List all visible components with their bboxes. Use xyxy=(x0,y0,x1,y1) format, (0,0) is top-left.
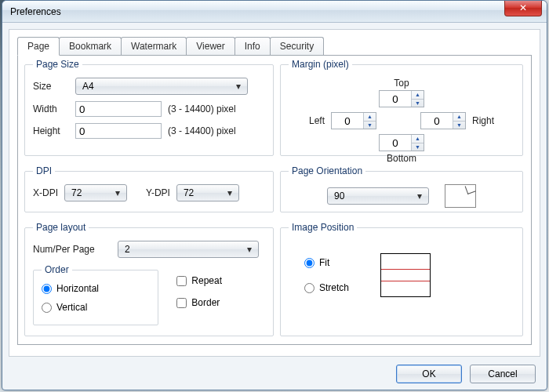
input-height[interactable] xyxy=(75,123,162,139)
up-icon[interactable]: ▲ xyxy=(364,113,376,122)
tab-content-page: Page Size Size A4 ▾ Width (3 - 14400) pi… xyxy=(17,55,532,345)
cancel-button[interactable]: Cancel xyxy=(470,365,536,383)
radio-vertical-input[interactable] xyxy=(42,303,52,313)
down-icon[interactable]: ▼ xyxy=(412,100,424,107)
value-xdpi: 72 xyxy=(71,187,82,198)
input-margin-right[interactable] xyxy=(421,113,453,129)
tab-security[interactable]: Security xyxy=(270,37,324,56)
label-margin-top: Top xyxy=(394,78,409,89)
tab-watermark[interactable]: Watermark xyxy=(121,37,187,56)
hint-width: (3 - 14400) pixel xyxy=(168,103,236,114)
select-size-value: A4 xyxy=(82,81,94,92)
label-border: Border xyxy=(191,297,220,308)
input-margin-top[interactable] xyxy=(380,91,411,107)
label-width: Width xyxy=(33,103,69,114)
down-icon[interactable]: ▼ xyxy=(364,122,376,129)
chevron-down-icon: ▾ xyxy=(233,81,244,92)
radio-stretch-input[interactable] xyxy=(304,283,314,293)
label-ydpi: Y-DPI xyxy=(146,187,170,198)
check-repeat[interactable]: Repeat xyxy=(176,275,222,286)
image-position-preview-icon xyxy=(380,253,431,297)
dialog-body: Page Bookmark Watermark Viewer Info Secu… xyxy=(9,29,540,357)
legend-margin: Margin (pixel) xyxy=(289,59,352,70)
tab-bookmark[interactable]: Bookmark xyxy=(59,37,122,56)
legend-layout: Page layout xyxy=(33,222,89,233)
spin-margin-right[interactable]: ▲▼ xyxy=(420,112,466,129)
input-margin-bottom[interactable] xyxy=(380,135,411,151)
legend-image-position: Image Position xyxy=(289,222,357,233)
radio-fit[interactable]: Fit xyxy=(304,257,349,268)
chevron-down-icon: ▾ xyxy=(112,187,123,198)
input-width[interactable] xyxy=(75,101,162,117)
label-vertical: Vertical xyxy=(56,302,87,313)
radio-horizontal[interactable]: Horizontal xyxy=(42,283,150,294)
chevron-down-icon: ▾ xyxy=(414,191,425,201)
window-title: Preferences xyxy=(10,6,61,17)
label-xdpi: X-DPI xyxy=(33,187,58,198)
tabstrip: Page Bookmark Watermark Viewer Info Secu… xyxy=(17,36,540,55)
group-dpi: DPI X-DPI 72 ▾ Y-DPI 72 ▾ xyxy=(24,165,274,212)
label-size: Size xyxy=(33,81,69,92)
label-fit: Fit xyxy=(319,257,329,268)
tab-info[interactable]: Info xyxy=(235,37,271,56)
down-icon[interactable]: ▼ xyxy=(412,143,424,151)
check-border[interactable]: Border xyxy=(176,297,222,308)
preferences-window: Preferences ✕ Page Bookmark Watermark Vi… xyxy=(2,0,547,390)
legend-orientation: Page Orientation xyxy=(289,165,365,176)
value-ydpi: 72 xyxy=(184,187,194,198)
check-border-input[interactable] xyxy=(176,298,187,308)
legend-page-size: Page Size xyxy=(33,59,82,70)
up-icon[interactable]: ▲ xyxy=(412,135,424,143)
close-icon: ✕ xyxy=(519,2,527,13)
group-layout: Page layout Num/Per Page 2 ▾ Order Horiz… xyxy=(24,222,274,336)
label-numperpage: Num/Per Page xyxy=(33,244,111,255)
chevron-down-icon: ▾ xyxy=(224,187,235,198)
label-margin-left: Left xyxy=(309,115,325,126)
value-numperpage: 2 xyxy=(125,244,130,255)
chevron-down-icon: ▾ xyxy=(244,244,255,255)
group-orientation: Page Orientation 90 ▾ xyxy=(280,165,523,212)
select-size[interactable]: A4 ▾ xyxy=(75,78,248,95)
up-icon[interactable]: ▲ xyxy=(412,91,424,100)
group-image-position: Image Position Fit Stretch xyxy=(280,222,523,336)
close-button[interactable]: ✕ xyxy=(504,1,542,16)
spin-margin-top[interactable]: ▲▼ xyxy=(379,90,424,107)
label-stretch: Stretch xyxy=(319,282,349,293)
label-repeat: Repeat xyxy=(191,275,222,286)
value-orientation: 90 xyxy=(334,191,344,201)
radio-horizontal-input[interactable] xyxy=(42,284,52,294)
legend-order: Order xyxy=(42,264,72,275)
label-margin-bottom: Bottom xyxy=(387,153,416,164)
radio-vertical[interactable]: Vertical xyxy=(42,302,150,313)
tab-viewer[interactable]: Viewer xyxy=(186,37,235,56)
radio-stretch[interactable]: Stretch xyxy=(304,282,349,293)
orientation-preview-icon xyxy=(445,184,476,208)
button-bar: OK Cancel xyxy=(396,365,536,383)
group-margin: Margin (pixel) Top ▲▼ Left ▲▼ xyxy=(280,59,523,156)
spin-margin-bottom[interactable]: ▲▼ xyxy=(379,134,424,151)
select-xdpi[interactable]: 72 ▾ xyxy=(64,184,127,201)
down-icon[interactable]: ▼ xyxy=(453,122,465,129)
select-orientation[interactable]: 90 ▾ xyxy=(327,187,429,205)
input-margin-left[interactable] xyxy=(332,113,363,129)
group-order: Order Horizontal Vertical xyxy=(33,264,158,325)
titlebar: Preferences ✕ xyxy=(2,1,547,23)
up-icon[interactable]: ▲ xyxy=(453,113,465,122)
label-height: Height xyxy=(33,125,69,136)
group-page-size: Page Size Size A4 ▾ Width (3 - 14400) pi… xyxy=(24,59,274,156)
label-horizontal: Horizontal xyxy=(56,283,99,294)
select-numperpage[interactable]: 2 ▾ xyxy=(118,241,259,258)
radio-fit-input[interactable] xyxy=(304,258,314,268)
check-repeat-input[interactable] xyxy=(176,276,187,286)
ok-button[interactable]: OK xyxy=(396,365,462,383)
label-margin-right: Right xyxy=(472,115,494,126)
tab-page[interactable]: Page xyxy=(17,37,60,56)
select-ydpi[interactable]: 72 ▾ xyxy=(176,184,239,201)
legend-dpi: DPI xyxy=(33,165,55,176)
spin-margin-left[interactable]: ▲▼ xyxy=(331,112,376,129)
hint-height: (3 - 14400) pixel xyxy=(168,125,236,136)
